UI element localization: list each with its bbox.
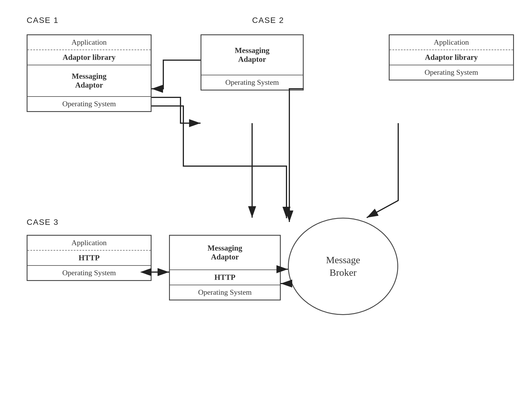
case3-left-os: Operating System <box>28 266 151 280</box>
case2-right-os: Operating System <box>390 65 513 80</box>
message-broker-text1: Message <box>326 254 360 266</box>
case3-left-application: Application <box>28 236 151 251</box>
case3-center-messaging-adaptor: MessagingAdaptor <box>170 236 280 270</box>
case3-left-stack: Application HTTP Operating System <box>27 235 152 281</box>
case3-center-os: Operating System <box>170 285 280 300</box>
case2-center-messaging-adaptor: MessagingAdaptor <box>201 35 303 75</box>
case3-label: CASE 3 <box>27 218 59 227</box>
case2-right-stack: Application Adaptor library Operating Sy… <box>389 34 514 80</box>
case2-center-stack: MessagingAdaptor Operating System <box>201 34 304 91</box>
case1-row-application: Application <box>28 35 151 50</box>
diagram-container: CASE 1 Application Adaptor library Messa… <box>0 0 532 419</box>
case1-stack: Application Adaptor library MessagingAda… <box>27 34 152 112</box>
case2-label: CASE 2 <box>252 16 284 25</box>
case1-label: CASE 1 <box>27 16 59 25</box>
case3-center-http: HTTP <box>170 270 280 285</box>
case2-right-adaptor-library: Adaptor library <box>390 50 513 65</box>
case2-right-application: Application <box>390 35 513 50</box>
message-broker-text2: Broker <box>329 266 356 279</box>
case3-center-stack: MessagingAdaptor HTTP Operating System <box>169 235 281 300</box>
case1-row-os: Operating System <box>28 97 151 111</box>
case1-row-messaging-adaptor: MessagingAdaptor <box>28 65 151 97</box>
case3-left-http: HTTP <box>28 251 151 266</box>
case1-row-adaptor-library: Adaptor library <box>28 50 151 65</box>
message-broker-circle: Message Broker <box>288 218 398 315</box>
case2-center-os: Operating System <box>201 75 303 90</box>
